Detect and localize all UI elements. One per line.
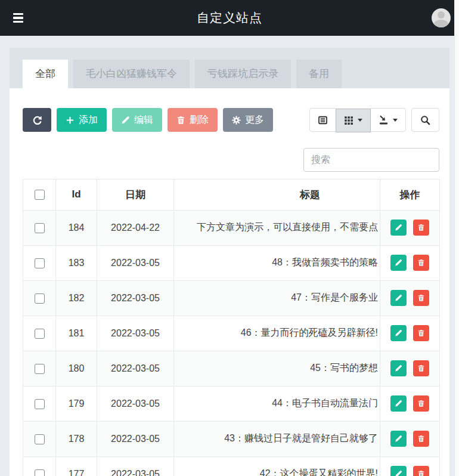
pencil-icon xyxy=(395,329,402,337)
pencil-icon xyxy=(121,116,130,125)
row-id: 182 xyxy=(56,280,97,316)
row-delete-button[interactable] xyxy=(413,466,429,476)
tab-bar: 全部毛小白凶猛赚钱军令亏钱踩坑启示录备用 xyxy=(10,48,449,88)
gear-icon xyxy=(232,116,241,125)
table-row: 178 2022-03-05 43：赚钱过日子就是管好自己就够了 xyxy=(23,421,440,456)
header-title: 标题 xyxy=(174,179,380,210)
row-id: 179 xyxy=(56,386,97,421)
table-row: 182 2022-03-05 47：写作是个服务业 xyxy=(23,280,440,316)
row-edit-button[interactable] xyxy=(390,360,407,376)
row-edit-button[interactable] xyxy=(390,220,407,236)
row-checkbox[interactable] xyxy=(35,469,45,476)
row-edit-button[interactable] xyxy=(390,395,407,412)
trash-icon xyxy=(417,470,425,476)
trash-icon xyxy=(417,364,425,372)
columns-dropdown-button[interactable] xyxy=(336,109,371,132)
content-card: 全部毛小白凶猛赚钱军令亏钱踩坑启示录备用 添加 编辑 删除 更多 xyxy=(10,48,449,476)
row-delete-button[interactable] xyxy=(413,431,429,447)
toggle-search-button[interactable] xyxy=(411,108,439,132)
export-dropdown-button[interactable] xyxy=(370,108,406,132)
columns-grid-icon xyxy=(344,116,353,125)
row-id: 177 xyxy=(56,456,97,476)
trash-icon xyxy=(417,294,425,302)
row-delete-button[interactable] xyxy=(413,325,429,341)
row-checkbox[interactable] xyxy=(35,364,45,374)
row-edit-button[interactable] xyxy=(390,431,407,447)
data-table: Id 日期 标题 操作 184 2022-04-22 下方文章为演示，可以直接使… xyxy=(23,179,440,476)
table-row: 184 2022-04-22 下方文章为演示，可以直接使用，不需要点 xyxy=(23,210,440,245)
row-title: 47：写作是个服务业 xyxy=(174,280,380,316)
row-checkbox[interactable] xyxy=(35,223,45,233)
row-date: 2022-04-22 xyxy=(97,210,174,245)
delete-button[interactable]: 删除 xyxy=(168,108,218,132)
avatar[interactable] xyxy=(432,8,451,27)
page-scrollbar[interactable] xyxy=(454,0,459,476)
table-row: 179 2022-03-05 44：电子书自动流量法门 xyxy=(23,386,440,421)
row-edit-button[interactable] xyxy=(390,466,407,476)
trash-icon xyxy=(417,259,425,267)
row-delete-button[interactable] xyxy=(413,395,429,412)
detail-view-button[interactable] xyxy=(309,108,336,132)
more-button[interactable]: 更多 xyxy=(223,108,273,132)
add-button-label: 添加 xyxy=(79,114,98,126)
row-edit-button[interactable] xyxy=(390,290,407,306)
tab-category-2[interactable]: 亏钱踩坑启示录 xyxy=(195,60,291,88)
row-date: 2022-03-05 xyxy=(97,316,174,351)
header-checkbox-cell xyxy=(23,179,56,210)
pencil-icon xyxy=(395,435,402,443)
row-id: 178 xyxy=(56,421,97,456)
header-id: Id xyxy=(56,179,97,210)
row-edit-button[interactable] xyxy=(390,255,407,271)
row-checkbox[interactable] xyxy=(35,399,45,409)
export-icon xyxy=(379,115,389,125)
row-date: 2022-03-05 xyxy=(97,421,174,456)
row-checkbox[interactable] xyxy=(35,258,45,268)
row-title: 下方文章为演示，可以直接使用，不需要点 xyxy=(174,210,380,245)
row-date: 2022-03-05 xyxy=(97,280,174,316)
tab-backup[interactable]: 备用 xyxy=(296,60,342,88)
select-all-checkbox[interactable] xyxy=(35,190,45,200)
row-id: 183 xyxy=(56,245,97,280)
row-edit-button[interactable] xyxy=(390,325,407,341)
table-wrap: Id 日期 标题 操作 184 2022-04-22 下方文章为演示，可以直接使… xyxy=(23,179,439,476)
plus-icon xyxy=(66,116,75,125)
row-id: 180 xyxy=(56,351,97,386)
add-button[interactable]: 添加 xyxy=(57,108,107,132)
row-delete-button[interactable] xyxy=(413,290,429,306)
pencil-icon xyxy=(395,259,402,267)
refresh-button[interactable] xyxy=(23,108,51,132)
search-input[interactable] xyxy=(303,148,439,172)
trash-icon xyxy=(417,224,425,231)
pencil-icon xyxy=(395,224,402,231)
row-title: 45：写书的梦想 xyxy=(174,351,380,386)
table-row: 177 2022-03-05 42：这个操蛋又精彩的世界! xyxy=(23,456,440,476)
pencil-icon xyxy=(395,400,402,407)
row-checkbox[interactable] xyxy=(35,329,45,339)
row-id: 184 xyxy=(56,210,97,245)
table-row: 181 2022-03-05 46：量力而行的死磕及另辟新径! xyxy=(23,316,440,351)
pencil-icon xyxy=(395,470,402,476)
row-delete-button[interactable] xyxy=(413,360,429,376)
row-title: 42：这个操蛋又精彩的世界! xyxy=(174,456,380,476)
row-checkbox[interactable] xyxy=(35,434,45,444)
row-date: 2022-03-05 xyxy=(97,386,174,421)
toolbar: 添加 编辑 删除 更多 xyxy=(23,108,439,132)
more-button-label: 更多 xyxy=(245,114,264,126)
pencil-icon xyxy=(395,364,402,372)
view-tools xyxy=(309,108,439,132)
table-row: 180 2022-03-05 45：写书的梦想 xyxy=(23,351,440,386)
header-date: 日期 xyxy=(97,179,174,210)
trash-icon xyxy=(176,116,185,125)
row-delete-button[interactable] xyxy=(413,255,429,271)
row-checkbox[interactable] xyxy=(35,293,45,304)
view-button-group xyxy=(309,108,406,132)
row-delete-button[interactable] xyxy=(413,220,429,236)
tab-category-1[interactable]: 毛小白凶猛赚钱军令 xyxy=(73,60,190,88)
navbar: 自定义站点 xyxy=(0,0,459,36)
header-actions: 操作 xyxy=(380,179,440,210)
tab-all[interactable]: 全部 xyxy=(23,60,68,88)
row-date: 2022-03-05 xyxy=(97,456,174,476)
table-header-row: Id 日期 标题 操作 xyxy=(23,179,440,210)
trash-icon xyxy=(417,400,425,407)
edit-button[interactable]: 编辑 xyxy=(112,108,162,132)
